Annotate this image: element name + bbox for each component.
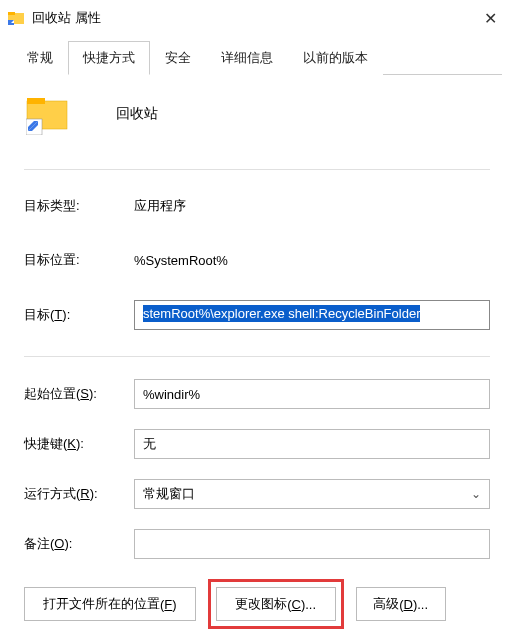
dialog-content: 常规 快捷方式 安全 详细信息 以前的版本 回收站 (0, 36, 514, 633)
svg-rect-5 (27, 98, 45, 104)
advanced-button[interactable]: 高级(D)... (356, 587, 446, 621)
header-row: 回收站 (24, 93, 490, 135)
value-target-location: %SystemRoot% (134, 253, 228, 268)
shortcut-name: 回收站 (116, 105, 158, 123)
tab-previous-versions[interactable]: 以前的版本 (288, 41, 383, 75)
comment-input[interactable] (134, 529, 490, 559)
shortcut-large-icon (26, 93, 68, 135)
value-target-type: 应用程序 (134, 197, 186, 215)
target-value: stemRoot%\explorer.exe shell:RecycleBinF… (143, 305, 420, 322)
open-file-location-button[interactable]: 打开文件所在的位置(F) (24, 587, 196, 621)
tab-general[interactable]: 常规 (12, 41, 68, 75)
highlight-annotation: 更改图标(C)... (208, 579, 344, 629)
change-icon-button[interactable]: 更改图标(C)... (216, 587, 336, 621)
run-combo[interactable]: 常规窗口 ⌄ (134, 479, 490, 509)
tab-shortcut[interactable]: 快捷方式 (68, 41, 150, 75)
row-target-location: 目标位置: %SystemRoot% (24, 246, 490, 274)
row-comment: 备注(O): (24, 529, 490, 559)
label-target-type: 目标类型: (24, 197, 134, 215)
svg-rect-1 (8, 12, 15, 15)
label-comment: 备注(O): (24, 535, 134, 553)
button-row: 打开文件所在的位置(F) 更改图标(C)... 高级(D)... (24, 579, 490, 629)
window-icon (8, 10, 24, 26)
start-in-input[interactable] (134, 379, 490, 409)
row-hotkey: 快捷键(K): (24, 429, 490, 459)
target-input[interactable]: stemRoot%\explorer.exe shell:RecycleBinF… (134, 300, 490, 330)
row-target-type: 目标类型: 应用程序 (24, 192, 490, 220)
label-start-in: 起始位置(S): (24, 385, 134, 403)
separator (24, 169, 490, 170)
close-icon: ✕ (484, 9, 497, 28)
label-run: 运行方式(R): (24, 485, 134, 503)
row-run: 运行方式(R): 常规窗口 ⌄ (24, 479, 490, 509)
label-target-location: 目标位置: (24, 251, 134, 269)
tab-strip: 常规 快捷方式 安全 详细信息 以前的版本 (12, 40, 502, 75)
close-button[interactable]: ✕ (470, 3, 510, 33)
properties-dialog: 回收站 属性 ✕ 常规 快捷方式 安全 详细信息 以前的版本 (0, 0, 514, 633)
row-start-in: 起始位置(S): (24, 379, 490, 409)
run-value: 常规窗口 (143, 485, 195, 503)
separator-2 (24, 356, 490, 357)
label-target: 目标(T): (24, 306, 134, 324)
tab-security[interactable]: 安全 (150, 41, 206, 75)
hotkey-input[interactable] (134, 429, 490, 459)
row-target: 目标(T): stemRoot%\explorer.exe shell:Recy… (24, 300, 490, 330)
titlebar: 回收站 属性 ✕ (0, 0, 514, 36)
tab-details[interactable]: 详细信息 (206, 41, 288, 75)
window-title: 回收站 属性 (32, 9, 470, 27)
shortcut-panel: 回收站 目标类型: 应用程序 目标位置: %SystemRoot% 目标(T):… (12, 75, 502, 633)
label-hotkey: 快捷键(K): (24, 435, 134, 453)
chevron-down-icon: ⌄ (471, 487, 481, 501)
